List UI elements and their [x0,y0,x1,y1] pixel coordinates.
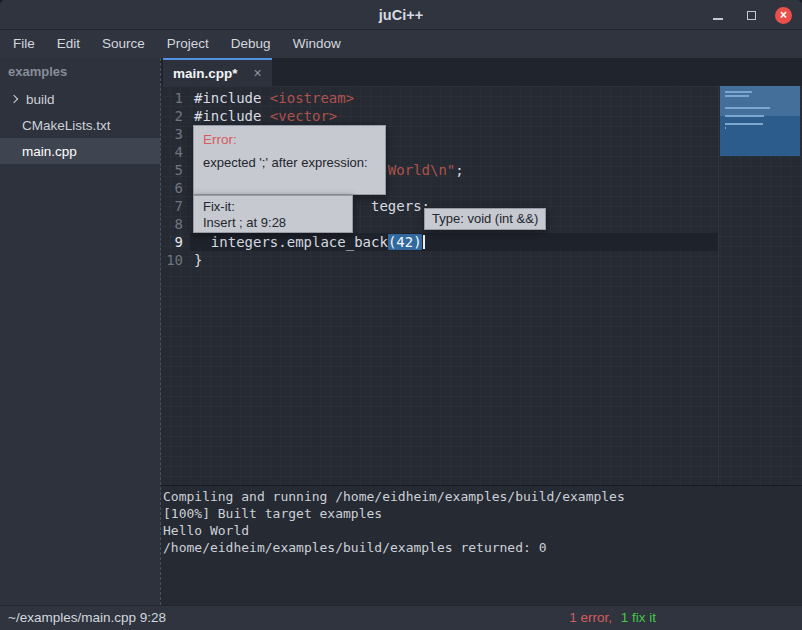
window-title: juCi++ [0,0,802,30]
code-line-2[interactable]: #include <vector> [190,107,718,125]
minimap-line [725,107,770,109]
line-number: 6 [160,179,190,197]
terminal-line: /home/eidheim/examples/build/examples re… [163,539,802,556]
tab-main-cpp[interactable]: main.cpp*× [163,58,272,86]
fixit-tooltip: Fix-it: Insert ; at 9:28 [193,195,353,233]
diagnostic-tooltip: Error: expected ';' after expression: [193,125,386,195]
window-restore-button[interactable] [742,6,760,24]
status-error-count: 1 error, [569,610,612,625]
status-diagnostics: 1 error, 1 fix it [569,606,656,630]
workspace: examples buildCMakeLists.txtmain.cpp mai… [0,58,802,605]
tab-bar: main.cpp*× [160,58,802,86]
text-cursor [423,235,425,249]
menu-item-window[interactable]: Window [282,30,352,58]
diagnostic-title: Error: [203,132,376,147]
output-terminal[interactable]: Compiling and running /home/eidheim/exam… [160,485,802,605]
code-line-9[interactable]: integers.emplace_back(42) [190,233,718,251]
window-controls: × [709,0,792,30]
code-segment: <vector> [270,108,337,124]
line-number: 3 [160,125,190,143]
status-fixit-count: 1 fix it [621,610,656,625]
minimap-line [725,91,752,93]
file-tree-panel: examples buildCMakeLists.txtmain.cpp [0,58,160,605]
line-number: 1 [160,89,190,107]
terminal-line: Hello World [163,522,802,539]
menu-item-edit[interactable]: Edit [46,30,91,58]
fixit-title: Fix-it: [203,199,343,215]
code-segment: integers.emplace_back [194,234,388,250]
line-number: 8 [160,215,190,233]
line-number: 7 [160,197,190,215]
code-segment: #include [194,90,270,106]
line-number: 2 [160,107,190,125]
pane-divider[interactable] [160,58,161,605]
line-number-gutter: 12345678910 [160,89,190,269]
menu-item-file[interactable]: File [2,30,46,58]
window-minimize-button[interactable] [709,6,727,24]
restore-icon [747,11,756,20]
line-number: 5 [160,161,190,179]
type-tooltip: Type: void (int &&) [424,208,546,230]
code-line-10[interactable]: } [190,251,718,269]
titlebar[interactable]: juCi++ × [0,0,802,30]
code-segment: ; [455,162,463,178]
chevron-right-icon [10,95,18,103]
fixit-action: Insert ; at 9:28 [203,215,343,231]
terminal-line: [100%] Built target examples [163,505,802,522]
minimap-line [725,95,749,97]
minimap-line [725,123,763,125]
right-margin-ruler [718,86,719,485]
diagnostic-message: expected ';' after expression: [203,155,376,170]
tree-item-label: CMakeLists.txt [22,118,111,133]
code-segment: #include [194,108,270,124]
line-number: 9 [160,233,190,251]
type-tooltip-text: Type: void (int &&) [432,211,538,226]
tree-item-label: build [26,92,55,107]
line-number: 10 [160,251,190,269]
minimap-line [725,127,726,129]
status-bar: ~/examples/main.cpp 9:28 1 error, 1 fix … [0,605,802,630]
tree-item-label: main.cpp [22,144,77,159]
file-tree-root-label: examples [0,58,160,86]
tab-close-icon[interactable]: × [254,66,262,80]
code-segment: <iostream> [270,90,354,106]
menu-item-project[interactable]: Project [156,30,220,58]
minimize-icon [713,18,723,20]
code-segment: (42) [388,234,422,250]
tree-item-main-cpp[interactable]: main.cpp [0,138,160,164]
minimap-lines [725,91,792,131]
line-number: 4 [160,143,190,161]
menu-item-source[interactable]: Source [91,30,156,58]
window-close-button[interactable]: × [775,7,792,24]
tree-item-cmakelists-txt[interactable]: CMakeLists.txt [0,112,160,138]
terminal-line: Compiling and running /home/eidheim/exam… [163,488,802,505]
code-segment: } [194,252,202,268]
minimap[interactable] [720,86,800,156]
app-window: juCi++ × FileEditSourceProjectDebugWindo… [0,0,802,630]
minimap-line [725,115,764,117]
file-tree: buildCMakeLists.txtmain.cpp [0,86,160,164]
editor-pane: 12345678910 #include <iostream>#include … [160,86,802,485]
tab-label: main.cpp* [173,66,238,81]
menubar: FileEditSourceProjectDebugWindow [0,30,802,58]
status-file-position: ~/examples/main.cpp 9:28 [8,606,166,630]
tree-item-build[interactable]: build [0,86,160,112]
code-line-1[interactable]: #include <iostream> [190,89,718,107]
close-icon: × [780,9,787,21]
menu-item-debug[interactable]: Debug [220,30,282,58]
